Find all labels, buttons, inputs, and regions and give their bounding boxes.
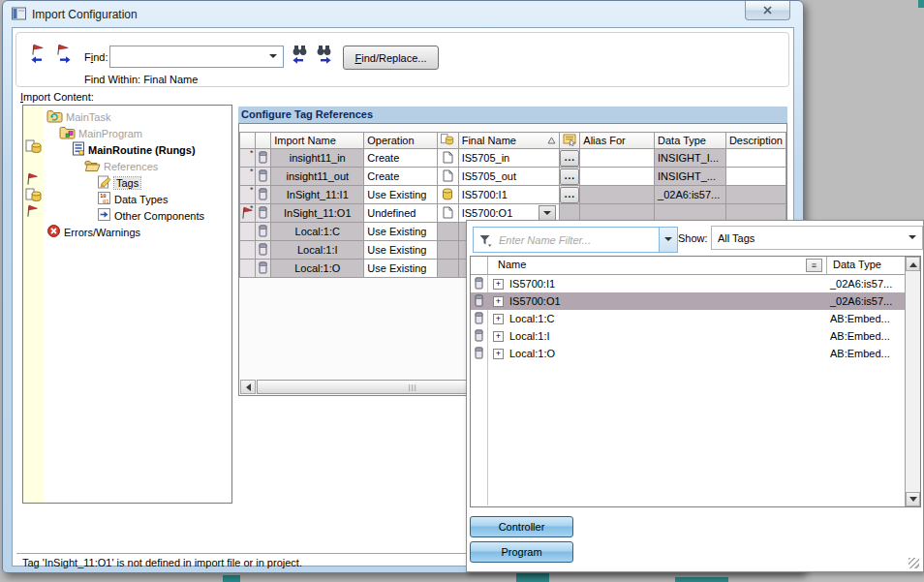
new-or-existing-icon[interactable] bbox=[437, 133, 458, 149]
chevron-down-icon bbox=[543, 211, 551, 219]
row-header[interactable]: * bbox=[240, 149, 256, 168]
final-icon-cell bbox=[437, 241, 458, 260]
alias-for-header[interactable]: Alias For bbox=[580, 133, 655, 149]
find-next-button[interactable] bbox=[312, 43, 335, 64]
scroll-down-button[interactable] bbox=[906, 492, 920, 506]
operation-header[interactable]: Operation bbox=[364, 133, 438, 149]
alias-for-cell[interactable] bbox=[580, 149, 655, 168]
alias-for-cell[interactable] bbox=[580, 168, 655, 186]
find-combobox[interactable] bbox=[109, 46, 284, 68]
list-item[interactable]: +Local:1:OAB:Embed... bbox=[471, 345, 905, 362]
title-bar[interactable]: Import Configuration bbox=[3, 1, 803, 27]
filter-funnel-icon[interactable] bbox=[474, 228, 497, 252]
status-message: Tag 'InSight_11:O1' is not defined in im… bbox=[22, 557, 302, 568]
binoculars-next-icon bbox=[314, 44, 334, 64]
row-header[interactable] bbox=[240, 241, 256, 260]
resize-grip[interactable] bbox=[909, 558, 919, 568]
find-input[interactable] bbox=[110, 49, 269, 64]
name-filter-combobox[interactable] bbox=[473, 227, 678, 253]
data-type-column-header[interactable]: Data Type bbox=[833, 259, 881, 270]
routine-icon bbox=[72, 141, 85, 158]
action-cell: ... bbox=[560, 186, 580, 204]
properties-icon[interactable] bbox=[560, 133, 580, 149]
import-name-cell: Local:1:O bbox=[271, 260, 364, 278]
table-header-row: Import NameOperationFinal NameAlias ForD… bbox=[240, 133, 786, 149]
final-name-cell[interactable]: IS5705_in bbox=[458, 149, 560, 168]
data-type-header[interactable]: Data Type bbox=[655, 133, 726, 149]
row-header[interactable]: * bbox=[240, 186, 256, 204]
tag-data-type: _02A6:is57... bbox=[830, 295, 892, 307]
operation-cell[interactable]: Create bbox=[364, 149, 438, 168]
table-row[interactable]: *insight11_outCreateIS5705_out...INSIGHT… bbox=[240, 168, 786, 186]
show-value: All Tags bbox=[718, 232, 755, 244]
tag-picker-popup: Show: All Tags Name ≡ Data Type +IS5700:… bbox=[466, 220, 924, 572]
data-type-cell: INSIGHT_I... bbox=[655, 149, 726, 168]
operation-cell[interactable]: Create bbox=[364, 168, 438, 186]
import-name-cell: Local:1:C bbox=[271, 223, 364, 241]
tree-item-maintask[interactable]: MainTask bbox=[23, 108, 110, 125]
find-replace-button[interactable]: Find/Replace... bbox=[343, 46, 439, 70]
find-previous-button[interactable] bbox=[288, 43, 311, 64]
filter-dropdown-button[interactable] bbox=[659, 228, 677, 252]
expand-plus-icon[interactable]: + bbox=[493, 296, 504, 307]
list-item[interactable]: +Local:1:IAB:Embed... bbox=[471, 327, 905, 345]
row-header[interactable]: * bbox=[240, 204, 256, 223]
desktop-teal-patch bbox=[223, 575, 240, 582]
operation-cell[interactable]: Use Existing bbox=[364, 223, 438, 241]
tree-item-references[interactable]: References bbox=[23, 158, 158, 174]
expand-plus-icon[interactable]: + bbox=[493, 331, 504, 342]
controller-button[interactable]: Controller bbox=[470, 516, 573, 537]
expand-plus-icon[interactable]: + bbox=[493, 349, 504, 359]
tree-item-label: MainTask bbox=[66, 111, 110, 123]
tree-item-data-types[interactable]: 1001Data Types bbox=[23, 191, 168, 207]
copy-tag-icon bbox=[25, 138, 43, 157]
expand-plus-icon[interactable]: + bbox=[493, 314, 504, 324]
tag-name: IS5700:I1 bbox=[509, 278, 555, 290]
table-row[interactable]: *insight11_inCreateIS5705_in...INSIGHT_I… bbox=[240, 149, 786, 168]
browse-ellipsis-button[interactable]: ... bbox=[560, 168, 579, 185]
close-button[interactable] bbox=[745, 1, 790, 20]
scroll-up-button[interactable] bbox=[906, 257, 920, 271]
description-header[interactable]: Description bbox=[725, 133, 785, 149]
show-combobox[interactable]: All Tags bbox=[711, 226, 923, 250]
browse-ellipsis-button[interactable]: ... bbox=[560, 187, 579, 203]
chevron-down-icon[interactable] bbox=[269, 54, 277, 62]
row-header[interactable] bbox=[240, 260, 256, 278]
expand-plus-icon[interactable]: + bbox=[493, 279, 504, 290]
table-row[interactable]: *InSight_11:I1Use ExistingIS5700:I1..._0… bbox=[240, 186, 786, 204]
tag-name: IS5700:O1 bbox=[509, 295, 561, 307]
tree-item-label: Other Components bbox=[114, 210, 204, 222]
browse-ellipsis-button[interactable]: ... bbox=[560, 150, 579, 167]
import-name-header[interactable]: Import Name bbox=[271, 133, 364, 149]
tag-list-header: Name ≡ Data Type bbox=[471, 257, 905, 275]
name-filter-input[interactable] bbox=[497, 228, 659, 252]
final-name-header[interactable]: Final Name bbox=[458, 133, 560, 149]
list-item[interactable]: +IS5700:O1_02A6:is57... bbox=[471, 292, 905, 310]
next-error-flag-button[interactable] bbox=[52, 43, 76, 64]
list-item[interactable]: +Local:1:CAB:Embed... bbox=[471, 310, 905, 327]
prev-error-flag-button[interactable] bbox=[27, 43, 50, 64]
tree-item-other-components[interactable]: Other Components bbox=[23, 207, 204, 224]
program-button[interactable]: Program bbox=[470, 541, 573, 563]
list-item[interactable]: +IS5700:I1_02A6:is57... bbox=[471, 275, 905, 292]
arrow-down-icon bbox=[909, 497, 917, 505]
column-style-button[interactable]: ≡ bbox=[806, 259, 822, 272]
tree-item-errors-warnings[interactable]: Errors/Warnings bbox=[23, 224, 140, 240]
tag-icon-column-header bbox=[255, 133, 271, 149]
description-cell[interactable] bbox=[725, 168, 785, 186]
final-name-cell[interactable]: IS5705_out bbox=[458, 168, 560, 186]
final-name-cell[interactable]: IS5700:I1 bbox=[458, 186, 560, 204]
final-name-dropdown-button[interactable] bbox=[539, 205, 556, 222]
scroll-left-button[interactable] bbox=[240, 380, 256, 394]
tree-item-mainroutine-rungs-[interactable]: MainRoutine (Rungs) bbox=[23, 141, 196, 158]
name-column-header[interactable]: Name bbox=[498, 259, 526, 270]
description-cell[interactable] bbox=[725, 149, 785, 168]
row-header[interactable]: * bbox=[240, 168, 256, 186]
operation-cell[interactable]: Use Existing bbox=[364, 186, 438, 204]
operation-cell[interactable]: Use Existing bbox=[364, 260, 438, 278]
chevron-down-icon bbox=[664, 237, 672, 245]
vertical-scrollbar[interactable] bbox=[905, 257, 920, 506]
operation-cell[interactable]: Use Existing bbox=[364, 241, 438, 260]
row-header[interactable] bbox=[240, 223, 256, 241]
operation-cell[interactable]: Undefined bbox=[364, 204, 438, 223]
